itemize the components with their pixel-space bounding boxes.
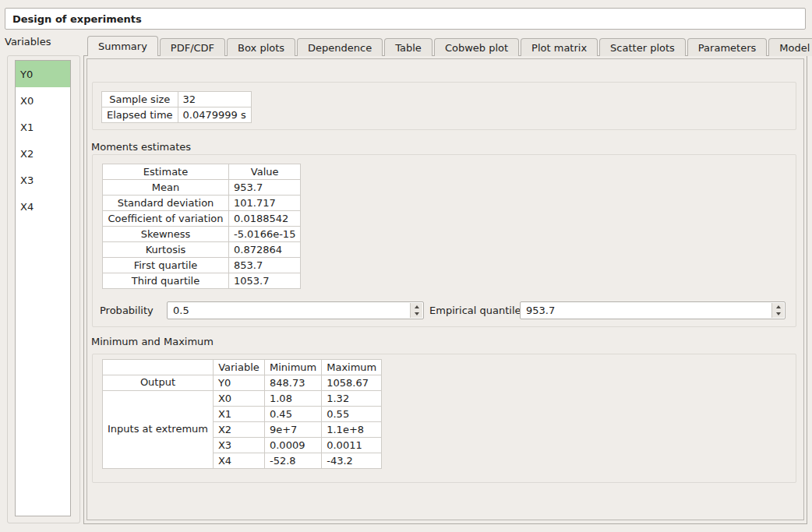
run-info-label: Elapsed time xyxy=(102,107,178,123)
tab-plot-matrix[interactable]: Plot matrix xyxy=(521,38,598,56)
variables-panel-label: Variables xyxy=(5,36,51,48)
variable-item-label: X2 xyxy=(20,148,34,160)
table-row: Skewness -5.0166e-15 xyxy=(103,227,301,242)
page-title: Design of experiments xyxy=(12,13,142,25)
moment-value[interactable]: -5.0166e-15 xyxy=(229,227,301,242)
minmax-variable[interactable]: X2 xyxy=(213,422,264,438)
moment-label: First quartile xyxy=(103,258,229,273)
table-header-row: Estimate Value xyxy=(103,164,301,180)
run-info-table: Sample size 32 Elapsed time 0.0479999 s xyxy=(101,91,252,123)
run-info-value[interactable]: 0.0479999 s xyxy=(178,107,251,123)
column-header-minimum: Minimum xyxy=(264,360,321,375)
column-header-estimate: Estimate xyxy=(103,164,229,180)
tab-bar: Summary PDF/CDF Box plots Dependence Tab… xyxy=(87,36,812,56)
moment-label: Kurtosis xyxy=(103,242,229,258)
probability-spin-down-button[interactable] xyxy=(411,311,422,319)
moments-table: Estimate Value Mean 953.7 Standard devia… xyxy=(102,164,301,289)
minmax-minimum[interactable]: 0.0009 xyxy=(264,438,321,453)
row-group-output: Output xyxy=(103,375,214,391)
empirical-quantile-spin-up-button[interactable] xyxy=(772,303,784,311)
moment-value[interactable]: 0.0188542 xyxy=(229,211,301,227)
table-header-row: Variable Minimum Maximum xyxy=(103,360,382,375)
minmax-maximum[interactable]: 0.0011 xyxy=(322,438,382,453)
moment-label: Skewness xyxy=(103,227,229,242)
minmax-variable[interactable]: X4 xyxy=(213,453,264,469)
arrow-down-icon xyxy=(776,312,781,315)
variable-item-x3[interactable]: X3 xyxy=(16,167,70,193)
arrow-up-icon xyxy=(415,305,419,308)
minmax-maximum[interactable]: 0.55 xyxy=(322,407,382,422)
minmax-minimum[interactable]: 0.45 xyxy=(264,407,321,422)
variable-item-y0[interactable]: Y0 xyxy=(16,61,70,87)
moment-value[interactable]: 953.7 xyxy=(229,180,301,196)
minmax-minimum[interactable]: 1.08 xyxy=(264,391,321,407)
tab-scatter-plots[interactable]: Scatter plots xyxy=(599,38,686,56)
probability-input[interactable] xyxy=(168,302,409,319)
variable-item-x4[interactable]: X4 xyxy=(16,193,70,220)
tab-parameters[interactable]: Parameters xyxy=(687,38,767,56)
table-row: Coefficient of variation 0.0188542 xyxy=(103,211,301,227)
column-header-variable: Variable xyxy=(213,360,264,375)
minmax-section-label: Minimum and Maximum xyxy=(91,336,214,347)
minmax-maximum[interactable]: 1058.67 xyxy=(322,375,382,391)
tab-dependence[interactable]: Dependence xyxy=(297,38,383,56)
tab-model[interactable]: Model xyxy=(768,38,812,56)
tab-summary[interactable]: Summary xyxy=(87,36,158,56)
moment-label: Mean xyxy=(103,180,229,196)
moment-label: Third quartile xyxy=(103,273,229,289)
minmax-minimum[interactable]: -52.8 xyxy=(264,453,321,469)
table-row: Elapsed time 0.0479999 s xyxy=(102,107,252,123)
variable-item-label: X1 xyxy=(20,122,34,133)
run-info-label: Sample size xyxy=(102,92,178,107)
tab-box-plots[interactable]: Box plots xyxy=(227,38,295,56)
table-row: Standard deviation 101.717 xyxy=(103,196,301,211)
column-header-value: Value xyxy=(229,164,301,180)
column-header-maximum: Maximum xyxy=(322,360,382,375)
variables-list: Y0 X0 X1 X2 X3 X4 xyxy=(15,60,71,516)
moment-value[interactable]: 1053.7 xyxy=(229,273,301,289)
arrow-down-icon xyxy=(415,312,419,315)
variable-item-x0[interactable]: X0 xyxy=(16,87,70,114)
table-row: Third quartile 1053.7 xyxy=(103,273,301,289)
tab-table[interactable]: Table xyxy=(384,38,432,56)
moment-value[interactable]: 0.872864 xyxy=(229,242,301,258)
minmax-table: Variable Minimum Maximum Output Y0 848.7… xyxy=(102,359,382,469)
table-row: Kurtosis 0.872864 xyxy=(103,242,301,258)
variable-item-label: X3 xyxy=(20,174,34,186)
variable-item-x2[interactable]: X2 xyxy=(16,140,70,167)
moment-value[interactable]: 853.7 xyxy=(229,258,301,273)
table-row: Output Y0 848.73 1058.67 xyxy=(103,375,382,391)
tab-cobweb-plot[interactable]: Cobweb plot xyxy=(434,38,519,56)
run-info-value[interactable]: 32 xyxy=(178,92,251,107)
probability-spinbox xyxy=(167,301,424,319)
row-group-inputs-at-extremum: Inputs at extremum xyxy=(103,391,214,469)
probability-label: Probability xyxy=(100,305,154,316)
table-row: Inputs at extremum X0 1.08 1.32 xyxy=(103,391,382,407)
minmax-maximum[interactable]: 1.32 xyxy=(322,391,382,407)
variable-item-x1[interactable]: X1 xyxy=(16,114,70,140)
empirical-quantile-input[interactable] xyxy=(521,302,771,319)
moments-section-label: Moments estimates xyxy=(91,141,191,153)
variable-item-label: X4 xyxy=(20,201,34,213)
empirical-quantile-label: Empirical quantile xyxy=(429,305,521,316)
minmax-variable[interactable]: Y0 xyxy=(213,375,264,391)
minmax-minimum[interactable]: 9e+7 xyxy=(264,422,321,438)
minmax-variable[interactable]: X3 xyxy=(213,438,264,453)
variable-item-label: Y0 xyxy=(20,69,33,80)
moment-label: Standard deviation xyxy=(103,196,229,211)
table-row: Sample size 32 xyxy=(102,92,252,107)
tab-pdf-cdf[interactable]: PDF/CDF xyxy=(160,38,225,56)
minmax-maximum[interactable]: -43.2 xyxy=(322,453,382,469)
column-header-empty xyxy=(103,360,214,375)
minmax-variable[interactable]: X1 xyxy=(213,407,264,422)
table-row: Mean 953.7 xyxy=(103,180,301,196)
moment-label: Coefficient of variation xyxy=(103,211,229,227)
doe-title-bar: Design of experiments xyxy=(5,8,806,30)
minmax-variable[interactable]: X0 xyxy=(213,391,264,407)
probability-spin-up-button[interactable] xyxy=(411,303,422,311)
empirical-quantile-spin-down-button[interactable] xyxy=(772,311,784,319)
moment-value[interactable]: 101.717 xyxy=(229,196,301,211)
minmax-minimum[interactable]: 848.73 xyxy=(264,375,321,391)
minmax-maximum[interactable]: 1.1e+8 xyxy=(322,422,382,438)
probability-spinner xyxy=(410,303,422,318)
